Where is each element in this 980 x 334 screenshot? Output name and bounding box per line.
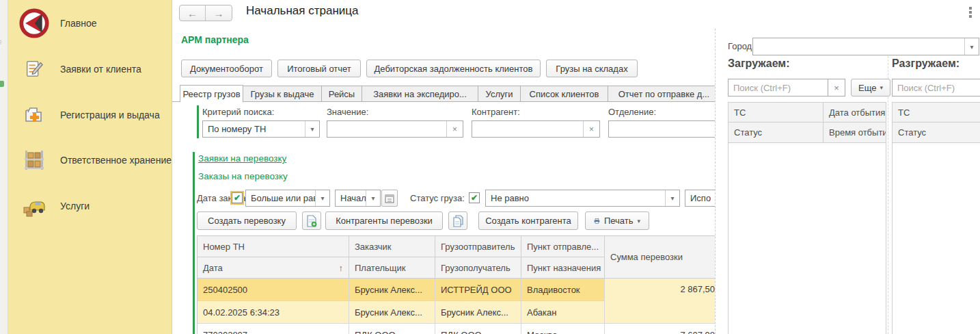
column-header[interactable]: Грузоотправитель — [435, 236, 521, 257]
sidebar-item-storage[interactable]: Ответственное хранение — [8, 146, 172, 174]
table-cell-sum[interactable]: 7 607,98 — [605, 324, 715, 334]
column-header[interactable]: Статус — [728, 123, 824, 143]
value-input[interactable]: × — [327, 120, 463, 138]
tab-strip: Реестр грузов Грузы к выдаче Рейсы Заявк… — [172, 85, 715, 102]
warehouse-shelf-icon — [8, 148, 60, 172]
clear-icon[interactable]: × — [446, 121, 463, 137]
copy-document-button[interactable] — [448, 211, 467, 230]
sidebar: Главное Заявки от клиента Регистрация и … — [8, 0, 172, 334]
tab-cargo-issue[interactable]: Грузы к выдаче — [243, 86, 322, 102]
order-date-checkbox[interactable]: ✔ — [232, 192, 243, 203]
chevron-down-icon[interactable]: ▾ — [964, 38, 979, 55]
unloading-table-body[interactable] — [892, 143, 980, 334]
background-window-strip: ✩ — [0, 0, 8, 334]
table-cell[interactable]: Абакан — [521, 301, 605, 324]
chevron-down-icon[interactable]: ▾ — [315, 190, 329, 206]
tab-dispatch-report[interactable]: Отчет по отправке д... — [608, 86, 715, 102]
table-cell[interactable]: Брусник Алекс... — [349, 279, 435, 301]
date-condition-value: Больше или равно — [246, 193, 315, 203]
warehouse-cargo-button[interactable]: Грузы на складах — [546, 60, 638, 77]
column-header[interactable]: ТС — [728, 102, 824, 123]
cell-text: 2 867,50 — [680, 284, 715, 294]
unloading-search-input[interactable] — [892, 79, 980, 97]
table-cell[interactable]: Владивосток — [521, 279, 605, 301]
create-counterparty-button[interactable]: Создать контрагента — [478, 211, 578, 230]
clear-icon[interactable]: × — [583, 121, 599, 137]
sidebar-item-client-requests[interactable]: Заявки от клиента — [8, 57, 172, 81]
tab-trips[interactable]: Рейсы — [321, 86, 362, 102]
sidebar-item-services[interactable]: Услуги — [8, 193, 172, 219]
forward-button[interactable]: → — [206, 5, 232, 21]
transport-orders-link[interactable]: Заказы на перевозку — [198, 171, 288, 181]
table-cell[interactable]: Москва — [521, 324, 605, 334]
table-cell[interactable]: Брусник Алекс... — [435, 301, 521, 324]
column-header[interactable]: Пункт отправле... — [521, 236, 605, 257]
column-header[interactable]: Заказчик — [349, 236, 435, 257]
header-label: ТС — [734, 107, 746, 118]
unloading-table: ТС Статус — [892, 102, 980, 334]
table-cell[interactable]: 04.02.2025 6:34:23 — [198, 301, 349, 324]
date-value: Начало — [336, 193, 366, 203]
column-header[interactable]: Время отбытия — [824, 123, 886, 143]
sidebar-item-registration[interactable]: Регистрация и выдача — [8, 103, 172, 127]
column-header[interactable]: Дата↑ — [198, 257, 349, 279]
print-button[interactable]: Печать ▾ — [585, 211, 649, 230]
chevron-down-icon: ▾ — [637, 218, 640, 224]
tab-forwarding-requests[interactable]: Заявки на экспедиро... — [362, 86, 478, 102]
tab-cargo-registry[interactable]: Реестр грузов — [180, 85, 243, 103]
copy-document-icon — [452, 215, 463, 227]
shipment-counterparties-button[interactable]: Контрагенты перевозки — [325, 211, 443, 230]
more-menu-icon[interactable] — [966, 5, 975, 19]
back-button[interactable]: ← — [180, 5, 206, 21]
cargo-status-checkbox[interactable]: ✔ — [469, 192, 480, 203]
sidebar-item-main[interactable]: Главное — [8, 5, 172, 41]
forward-icon: → — [214, 8, 224, 19]
column-header[interactable]: Номер ТН — [198, 236, 349, 257]
table-cell[interactable]: Брусник Алекс... — [349, 301, 435, 324]
table-cell[interactable]: 250402500 — [198, 279, 349, 301]
tab-client-list[interactable]: Список клиентов — [520, 86, 608, 102]
calendar-button[interactable] — [381, 190, 398, 207]
criterion-select[interactable]: По номеру ТН ▾ — [202, 120, 320, 138]
column-header[interactable]: Плательщик — [349, 257, 435, 279]
loading-more-button[interactable]: Еще ▾ — [851, 79, 890, 97]
counterparty-label: Контрагент: — [472, 107, 520, 117]
tab-label: Список клиентов — [530, 89, 599, 99]
chevron-down-icon[interactable]: ▾ — [366, 190, 380, 206]
sidebar-item-label: Услуги — [60, 201, 90, 211]
header-label: Дата — [203, 263, 223, 273]
column-header-sum[interactable]: Сумма перевозки — [605, 236, 715, 279]
column-header[interactable]: Пункт назначения — [521, 257, 605, 279]
table-cell-sum[interactable]: 2 867,50 — [605, 279, 715, 324]
create-document-button[interactable] — [302, 211, 321, 230]
column-header[interactable]: Дата отбытия — [824, 102, 886, 123]
loading-search-input[interactable] — [728, 79, 828, 97]
table-cell[interactable]: ПДК ООО — [349, 324, 435, 334]
document-flow-button[interactable]: Документооборот — [181, 60, 272, 77]
search-clear-icon[interactable]: × — [828, 79, 845, 97]
date-value-select[interactable]: Начало ▾ — [335, 190, 381, 207]
status-condition-value: Не равно — [486, 193, 665, 203]
status-condition-select[interactable]: Не равно ▾ — [485, 190, 680, 207]
cargo-table: Номер ТН Заказчик Грузоотправитель Пункт… — [197, 235, 715, 334]
status-value-select[interactable]: Испо — [685, 190, 715, 207]
final-report-button[interactable]: Итоговый отчет — [277, 60, 361, 77]
column-header[interactable]: Статус — [892, 123, 980, 143]
chevron-down-icon[interactable]: ▾ — [305, 121, 319, 137]
chevron-down-icon[interactable]: ▾ — [665, 190, 679, 206]
receivables-button[interactable]: Дебиторская задолженность клиентов — [366, 60, 541, 77]
create-shipment-button[interactable]: Создать перевозку — [197, 211, 297, 230]
department-input[interactable] — [608, 120, 715, 138]
counterparty-input[interactable]: × — [472, 120, 600, 138]
tab-services[interactable]: Услуги — [478, 86, 521, 102]
date-condition-select[interactable]: Больше или равно ▾ — [245, 190, 330, 207]
table-cell[interactable]: 770302807 — [198, 324, 349, 334]
city-select[interactable]: ▾ — [752, 38, 979, 55]
transport-requests-link[interactable]: Заявки на перевозку — [198, 153, 286, 164]
table-cell[interactable]: ПДК ООО — [435, 324, 521, 334]
column-header[interactable]: Грузополучатель — [435, 257, 521, 279]
column-header[interactable]: ТС — [892, 102, 980, 123]
loading-table-body[interactable] — [728, 143, 886, 334]
table-cell[interactable]: ИСТТРЕЙД ООО — [435, 279, 521, 301]
filter-accent-bar — [197, 105, 199, 138]
